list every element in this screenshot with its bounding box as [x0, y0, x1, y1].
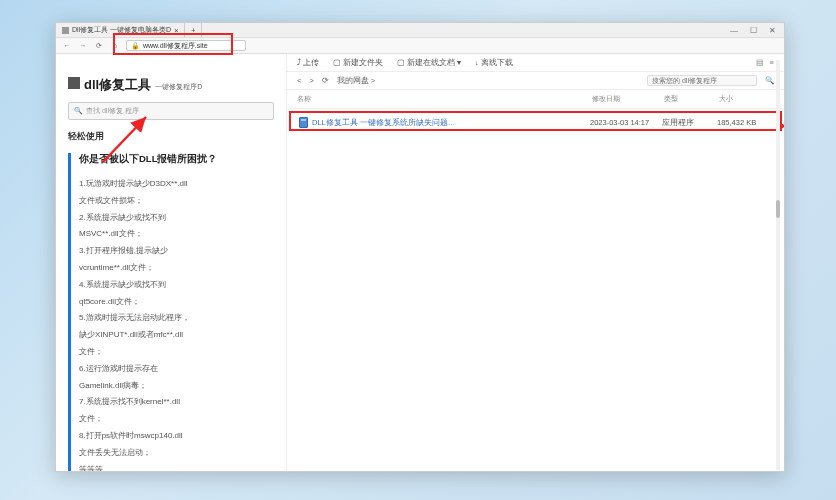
question-item: 3.打开程序报错,提示缺少: [79, 243, 274, 260]
app-title-sub: 一键修复程序D: [155, 82, 202, 92]
nav-home-icon[interactable]: ⌂: [110, 42, 120, 49]
upload-icon: ⤴: [297, 58, 301, 67]
upload-button[interactable]: ⤴上传: [297, 58, 319, 68]
question-item: 缺少XINPUT*.dll或者mfc**.dll: [79, 327, 274, 344]
favicon: [62, 27, 69, 34]
window-minimize-icon[interactable]: —: [730, 26, 738, 35]
search-icon[interactable]: 🔍: [765, 76, 774, 85]
question-item: 等等等……: [79, 462, 274, 471]
path-reload-icon[interactable]: ⟳: [322, 76, 329, 85]
question-item: 8.打开ps软件时mswcp140.dll: [79, 428, 274, 445]
question-item: 1.玩游戏时提示缺少D3DX**.dll: [79, 176, 274, 193]
file-panel: ⤴上传 ▢新建文件夹 ▢新建在线文档 ▾ ↓离线下载 ▤ ≡ < > ⟳ 我的网…: [286, 54, 784, 471]
breadcrumb-bar: < > ⟳ 我的网盘 > 🔍: [287, 72, 784, 90]
question-item: qt5core.dll文件；: [79, 294, 274, 311]
nav-back-icon[interactable]: ←: [62, 42, 72, 49]
path-back-icon[interactable]: <: [297, 76, 301, 85]
scrollbar-thumb[interactable]: [776, 200, 780, 218]
col-type[interactable]: 类型: [664, 94, 719, 104]
col-name[interactable]: 名称: [297, 94, 592, 104]
question-item: 文件或文件损坏；: [79, 193, 274, 210]
titlebar: Dll修复工具 一键修复电脑各类D × + — ☐ ✕: [56, 23, 784, 38]
app-title-main: dll修复工具: [84, 76, 151, 94]
left-panel: dll修复工具 一键修复程序D 🔍 查找 dll修复 程序 轻松使用 你是否被以…: [56, 54, 286, 471]
offline-download-button[interactable]: ↓离线下载: [475, 58, 513, 68]
breadcrumb[interactable]: 我的网盘 >: [337, 76, 375, 86]
folder-icon: ▢: [333, 58, 341, 67]
file-icon: [299, 117, 308, 128]
question-item: MSVC**.dll文件；: [79, 226, 274, 243]
file-search-input[interactable]: [647, 75, 757, 86]
col-mtime[interactable]: 修改日期: [592, 94, 664, 104]
question-list: 1.玩游戏时提示缺少D3DX**.dll文件或文件损坏；2.系统提示缺少或找不到…: [79, 176, 274, 471]
file-name: DLL修复工具 一键修复系统所缺失问题…: [312, 118, 455, 128]
question-item: 文件；: [79, 411, 274, 428]
question-item: Gamelink.dll病毒；: [79, 378, 274, 395]
file-mtime: 2023-03-03 14:17: [590, 118, 662, 127]
doc-icon: ▢: [397, 58, 405, 67]
window-maximize-icon[interactable]: ☐: [750, 26, 757, 35]
section-head: 轻松使用: [68, 130, 274, 143]
lock-icon: 🔒: [131, 42, 140, 50]
new-folder-button[interactable]: ▢新建文件夹: [333, 58, 383, 68]
question-item: 文件丢失无法启动；: [79, 445, 274, 462]
file-name-cell: DLL修复工具 一键修复系统所缺失问题…: [299, 117, 590, 128]
file-type: 应用程序: [662, 118, 717, 128]
tab-close-icon[interactable]: ×: [174, 27, 178, 34]
page-content: dll修复工具 一键修复程序D 🔍 查找 dll修复 程序 轻松使用 你是否被以…: [56, 54, 784, 471]
left-search[interactable]: 🔍 查找 dll修复 程序: [68, 102, 274, 120]
new-online-doc-button[interactable]: ▢新建在线文档 ▾: [397, 58, 461, 68]
browser-tab[interactable]: Dll修复工具 一键修复电脑各类D ×: [56, 23, 185, 37]
view-list-icon[interactable]: ≡: [770, 58, 774, 67]
search-placeholder: 查找 dll修复 程序: [86, 106, 139, 116]
url-bar[interactable]: 🔒: [126, 40, 246, 51]
question-item: 6.运行游戏时提示存在: [79, 361, 274, 378]
question-title: 你是否被以下DLL报错所困扰？: [79, 153, 274, 166]
question-item: vcruntime**.dll文件；: [79, 260, 274, 277]
file-toolbar: ⤴上传 ▢新建文件夹 ▢新建在线文档 ▾ ↓离线下载 ▤ ≡: [287, 54, 784, 72]
app-title: dll修复工具 一键修复程序D: [68, 76, 274, 94]
question-item: 4.系统提示缺少或找不到: [79, 277, 274, 294]
download-icon: ↓: [475, 58, 479, 67]
question-item: 2.系统提示缺少或找不到: [79, 210, 274, 227]
search-icon: 🔍: [74, 107, 83, 115]
question-item: 5.游戏时提示无法启动此程序，: [79, 310, 274, 327]
path-forward-icon[interactable]: >: [309, 76, 313, 85]
browser-window: Dll修复工具 一键修复电脑各类D × + — ☐ ✕ ← → ⟳ ⌂ 🔒 dl…: [55, 22, 785, 472]
file-row-container: DLL修复工具 一键修复系统所缺失问题… 2023-03-03 14:17 应用…: [287, 109, 784, 136]
url-input[interactable]: [143, 42, 241, 49]
tab-title: Dll修复工具 一键修复电脑各类D: [72, 25, 171, 35]
nav-reload-icon[interactable]: ⟳: [94, 42, 104, 50]
question-item: 7.系统提示找不到kernel**.dll: [79, 394, 274, 411]
file-size: 185,432 KB: [717, 118, 772, 127]
window-close-icon[interactable]: ✕: [769, 26, 776, 35]
address-bar: ← → ⟳ ⌂ 🔒: [56, 38, 784, 54]
col-size[interactable]: 大小: [719, 94, 774, 104]
column-headers: 名称 修改日期 类型 大小: [287, 90, 784, 109]
question-block: 你是否被以下DLL报错所困扰？ 1.玩游戏时提示缺少D3DX**.dll文件或文…: [68, 153, 274, 471]
question-item: 文件；: [79, 344, 274, 361]
view-grid-icon[interactable]: ▤: [756, 58, 764, 67]
file-row[interactable]: DLL修复工具 一键修复系统所缺失问题… 2023-03-03 14:17 应用…: [293, 113, 778, 132]
scrollbar[interactable]: [776, 60, 780, 470]
new-tab-button[interactable]: +: [185, 23, 202, 37]
app-logo-icon: [68, 77, 80, 89]
nav-forward-icon[interactable]: →: [78, 42, 88, 49]
